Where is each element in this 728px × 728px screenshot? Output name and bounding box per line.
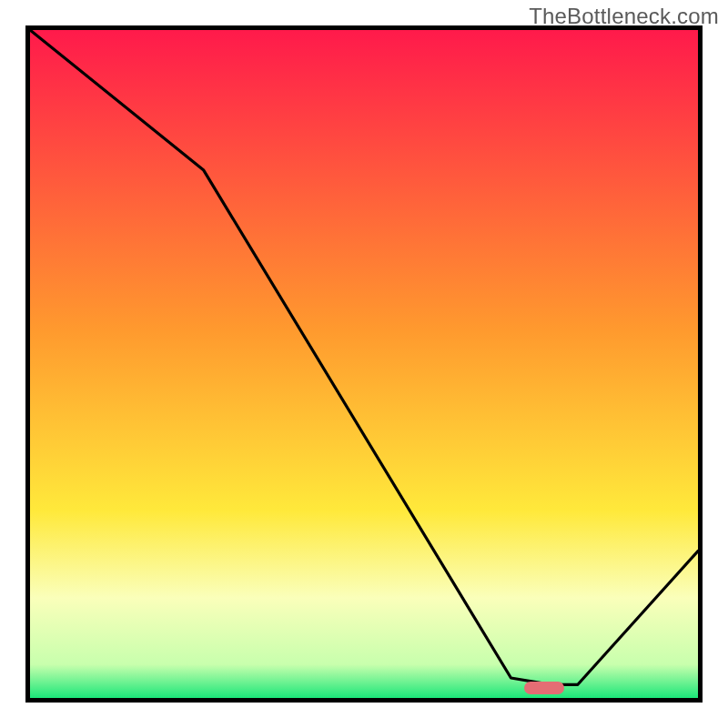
chart-canvas (30, 30, 698, 698)
watermark-text: TheBottleneck.com (529, 4, 719, 29)
optimal-marker (524, 682, 564, 694)
gradient-background (30, 30, 698, 698)
chart-frame (25, 25, 703, 703)
